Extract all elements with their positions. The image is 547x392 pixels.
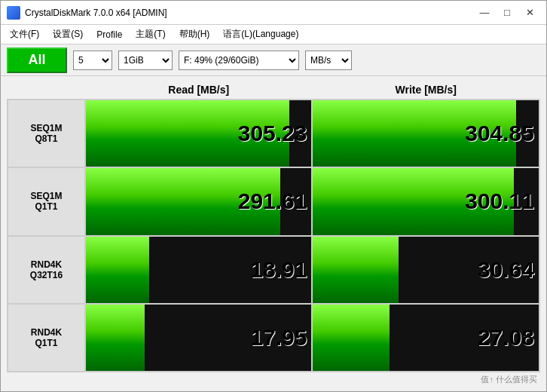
main-content: Read [MB/s] Write [MB/s] SEQ1MQ8T1305.23… <box>1 76 546 391</box>
read-cell: 291.61 <box>85 167 312 235</box>
write-cell: 304.85 <box>312 100 539 167</box>
col-write: Write [MB/s] <box>312 81 539 100</box>
row-label: SEQ1MQ8T1 <box>8 100 85 167</box>
size-select[interactable]: 1GiB <box>118 51 173 70</box>
write-value: 27.08 <box>478 325 534 351</box>
read-bar <box>86 237 149 303</box>
drive-select[interactable]: F: 49% (29/60GiB) <box>179 51 299 70</box>
col-label <box>8 81 85 100</box>
window-title: CrystalDiskMark 7.0.0 x64 [ADMIN] <box>25 8 474 18</box>
benchmark-table: Read [MB/s] Write [MB/s] SEQ1MQ8T1305.23… <box>7 81 540 372</box>
row-label: RND4KQ1T1 <box>8 304 85 372</box>
row-label: SEQ1MQ1T1 <box>8 167 85 235</box>
table-row: SEQ1MQ1T1291.61300.11 <box>8 167 539 235</box>
window-controls: — □ ✕ <box>474 5 540 21</box>
write-value: 30.64 <box>478 257 534 283</box>
write-cell: 30.64 <box>312 236 539 304</box>
app-window: CrystalDiskMark 7.0.0 x64 [ADMIN] — □ ✕ … <box>0 0 547 392</box>
write-cell: 27.08 <box>312 304 539 372</box>
col-read: Read [MB/s] <box>85 81 312 100</box>
row-label: RND4KQ32T16 <box>8 236 85 304</box>
write-bar <box>313 305 390 371</box>
cdm-icon <box>7 6 20 20</box>
watermark: 值↑ 什么值得买 <box>7 372 540 387</box>
read-cell: 17.95 <box>85 304 312 372</box>
unit-select[interactable]: MB/s <box>305 51 352 70</box>
close-button[interactable]: ✕ <box>519 5 540 21</box>
read-bar <box>86 305 145 371</box>
write-value: 304.85 <box>465 121 534 146</box>
menu-language[interactable]: 语言(L)(Language) <box>217 26 304 42</box>
title-bar: CrystalDiskMark 7.0.0 x64 [ADMIN] — □ ✕ <box>1 1 546 25</box>
table-row: RND4KQ1T117.9527.08 <box>8 304 539 372</box>
read-cell: 18.91 <box>85 236 312 304</box>
write-value: 300.11 <box>465 188 534 214</box>
table-row: RND4KQ32T1618.9130.64 <box>8 236 539 304</box>
read-value: 305.23 <box>238 121 307 146</box>
menu-profile[interactable]: Profile <box>90 28 128 41</box>
read-cell: 305.23 <box>85 100 312 167</box>
all-button[interactable]: All <box>7 47 67 73</box>
menu-theme[interactable]: 主题(T) <box>130 26 171 42</box>
read-value: 17.95 <box>250 325 307 351</box>
toolbar: All 5 1GiB F: 49% (29/60GiB) MB/s <box>1 44 546 76</box>
read-value: 291.61 <box>238 188 307 214</box>
menu-help[interactable]: 帮助(H) <box>173 26 216 42</box>
maximize-button[interactable]: □ <box>497 5 518 21</box>
write-cell: 300.11 <box>312 167 539 235</box>
table-row: SEQ1MQ8T1305.23304.85 <box>8 100 539 167</box>
menu-bar: 文件(F) 设置(S) Profile 主题(T) 帮助(H) 语言(L)(La… <box>1 25 546 44</box>
count-select[interactable]: 5 <box>73 51 112 70</box>
menu-settings[interactable]: 设置(S) <box>47 26 89 42</box>
menu-file[interactable]: 文件(F) <box>4 26 45 42</box>
read-value: 18.91 <box>250 257 307 283</box>
minimize-button[interactable]: — <box>474 5 495 21</box>
write-bar <box>313 237 399 303</box>
